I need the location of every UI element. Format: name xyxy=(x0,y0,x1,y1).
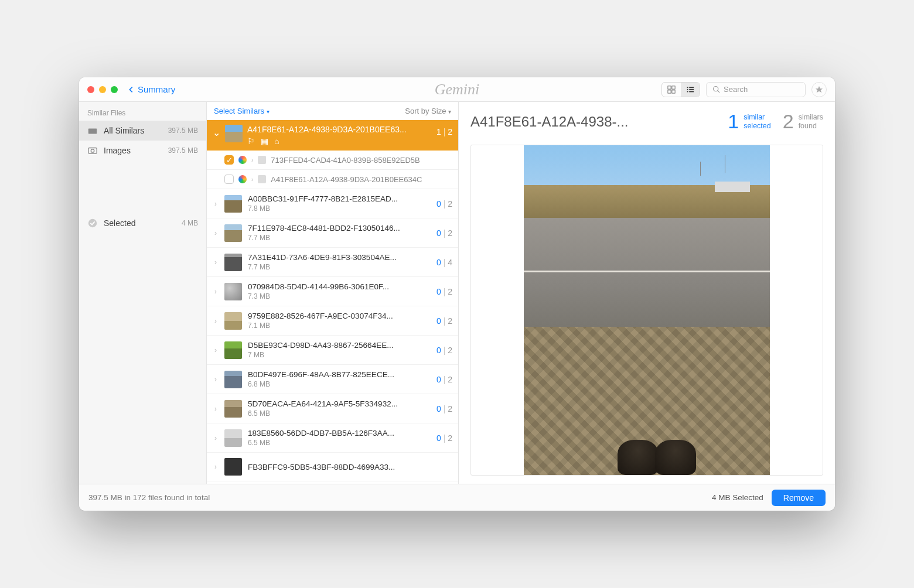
chevron-right-icon[interactable]: › xyxy=(213,405,219,413)
status-text: 397.5 MB in 172 files found in total xyxy=(88,493,210,502)
remove-button[interactable]: Remove xyxy=(772,490,826,506)
grid-view-button[interactable] xyxy=(662,83,681,97)
chevron-right-icon[interactable]: › xyxy=(213,346,219,354)
svg-point-14 xyxy=(88,219,97,227)
chevron-down-icon[interactable]: ⌄ xyxy=(213,127,220,138)
select-similars-button[interactable]: Select Similars ▾ xyxy=(214,107,270,115)
file-row[interactable]: › A41F8E61-A12A-4938-9D3A-201B0EE634C xyxy=(207,170,458,189)
group-name: A41F8E61-A12A-4938-9D3A-201B0EE63... xyxy=(247,125,432,134)
close-icon[interactable] xyxy=(87,86,94,93)
thumbnail xyxy=(224,312,242,330)
signpost-icon: ⚐ xyxy=(247,136,255,146)
svg-rect-3 xyxy=(672,90,675,93)
checkbox[interactable]: ✓ xyxy=(224,155,234,165)
group-row[interactable]: ›7F11E978-4EC8-4481-BDD2-F13050146...7.7… xyxy=(207,218,458,248)
photos-icon xyxy=(238,156,247,164)
sidebar-size: 397.5 MB xyxy=(168,127,198,135)
svg-rect-7 xyxy=(689,89,694,90)
thumbnail xyxy=(224,429,242,447)
minimize-icon[interactable] xyxy=(99,86,106,93)
group-row[interactable]: ›9759E882-8526-467F-A9EC-03074F34...7.1 … xyxy=(207,306,458,336)
search-input[interactable]: Search xyxy=(706,82,806,97)
group-row-expanded[interactable]: ⌄ A41F8E61-A12A-4938-9D3A-201B0EE63... ⚐… xyxy=(207,120,458,151)
group-row[interactable]: ›7A31E41D-73A6-4DE9-81F3-303504AE...7.7 … xyxy=(207,248,458,277)
weight-icon: ⌂ xyxy=(274,136,279,146)
back-button[interactable]: Summary xyxy=(127,84,175,94)
group-size: 6.8 MB xyxy=(248,380,431,388)
app-icon xyxy=(258,156,266,164)
svg-rect-0 xyxy=(668,86,671,88)
chevron-right-icon[interactable]: › xyxy=(213,375,219,384)
group-row[interactable]: ›070984D8-5D4D-4144-99B6-3061E0F...7.3 M… xyxy=(207,277,458,306)
app-logo: Gemini xyxy=(435,81,480,98)
checkbox[interactable] xyxy=(224,175,234,184)
group-count: 0 | 2 xyxy=(436,375,452,384)
view-toggle xyxy=(661,82,700,97)
list-icon xyxy=(686,86,694,94)
group-size: 7 MB xyxy=(248,351,431,359)
group-row[interactable]: ›B0DF497E-696F-48AA-8B77-825EECE...6.8 M… xyxy=(207,365,458,394)
favorite-button[interactable] xyxy=(811,82,827,97)
chevron-right-icon: › xyxy=(251,157,253,163)
group-size: 6.5 MB xyxy=(248,439,431,447)
group-list: Select Similars ▾ Sort by Size ▾ ⌄ A41F8… xyxy=(207,102,459,484)
chevron-right-icon[interactable]: › xyxy=(213,258,219,266)
group-count: 0 | 2 xyxy=(436,346,452,355)
photo-content xyxy=(524,145,770,475)
group-count: 0 | 2 xyxy=(436,433,452,443)
group-count: 0 | 2 xyxy=(436,199,452,208)
group-size: 7.7 MB xyxy=(248,263,431,271)
grid-icon xyxy=(667,86,676,94)
chevron-right-icon[interactable]: › xyxy=(213,200,219,208)
search-icon xyxy=(712,86,720,93)
sidebar-item-selected[interactable]: Selected 4 MB xyxy=(79,213,206,233)
file-row[interactable]: ✓ › 713FFED4-CAD4-41A0-839B-858E92ED5B xyxy=(207,151,458,170)
group-size: 7.1 MB xyxy=(248,322,431,330)
group-count: 0 | 4 xyxy=(436,258,452,267)
list-view-button[interactable] xyxy=(681,83,700,97)
svg-rect-2 xyxy=(668,90,671,93)
group-name: 7A31E41D-73A6-4DE9-81F3-303504AE... xyxy=(248,253,431,262)
chevron-right-icon[interactable]: › xyxy=(213,463,219,471)
back-label: Summary xyxy=(138,84,175,94)
chevron-right-icon[interactable]: › xyxy=(213,288,219,296)
preview-image[interactable] xyxy=(470,145,823,476)
group-name: D5BE93C4-D98D-4A43-8867-25664EE... xyxy=(248,341,431,350)
group-name: A00BBC31-91FF-4777-8B21-E2815EAD... xyxy=(248,194,431,203)
group-row[interactable]: ›A00BBC31-91FF-4777-8B21-E2815EAD...7.8 … xyxy=(207,189,458,218)
chevron-right-icon[interactable]: › xyxy=(213,317,219,325)
group-count: 0 | 2 xyxy=(436,404,452,413)
group-name: B0DF497E-696F-48AA-8B77-825EECE... xyxy=(248,370,431,379)
group-size: 7.7 MB xyxy=(248,234,431,242)
file-name: 713FFED4-CAD4-41A0-839B-858E92ED5B xyxy=(271,156,420,165)
thumbnail xyxy=(224,371,242,388)
traffic-lights xyxy=(87,86,118,93)
group-row[interactable]: ›183E8560-56DD-4DB7-BB5A-126F3AA...6.5 M… xyxy=(207,423,458,453)
group-name: 5D70EACA-EA64-421A-9AF5-5F334932... xyxy=(248,399,431,408)
chevron-right-icon[interactable]: › xyxy=(213,229,219,237)
chevron-right-icon[interactable]: › xyxy=(213,434,219,442)
drive-icon xyxy=(87,125,98,136)
group-name: 7F11E978-4EC8-4481-BDD2-F13050146... xyxy=(248,224,431,233)
preview-filename: A41F8E61-A12A-4938-... xyxy=(470,114,716,130)
group-size: 6.5 MB xyxy=(248,409,431,418)
group-size: 7.8 MB xyxy=(248,204,431,213)
list-rows[interactable]: ⌄ A41F8E61-A12A-4938-9D3A-201B0EE63... ⚐… xyxy=(207,120,458,484)
sidebar-item-all-similars[interactable]: All Similars 397.5 MB xyxy=(79,121,206,141)
svg-rect-12 xyxy=(88,148,97,154)
sort-button[interactable]: Sort by Size ▾ xyxy=(405,107,451,115)
svg-rect-1 xyxy=(672,86,675,88)
thumbnail xyxy=(224,224,242,242)
thumbnail xyxy=(224,400,242,418)
sidebar-item-images[interactable]: Images 397.5 MB xyxy=(79,141,206,160)
svg-rect-11 xyxy=(88,128,97,134)
thumbnail xyxy=(224,283,242,300)
group-row[interactable]: ›FB3BFFC9-5DB5-43BF-88DD-4699A33... xyxy=(207,453,458,481)
group-row[interactable]: ›D5BE93C4-D98D-4A43-8867-25664EE...7 MB0… xyxy=(207,336,458,365)
group-row[interactable]: ›5D70EACA-EA64-421A-9AF5-5F334932...6.5 … xyxy=(207,394,458,423)
zoom-icon[interactable] xyxy=(111,86,118,93)
photos-icon xyxy=(238,175,247,183)
search-placeholder: Search xyxy=(724,85,748,94)
group-count: 1 | 2 xyxy=(436,127,452,136)
metadata-icons: ⚐ ▦ ⌂ xyxy=(247,136,432,146)
